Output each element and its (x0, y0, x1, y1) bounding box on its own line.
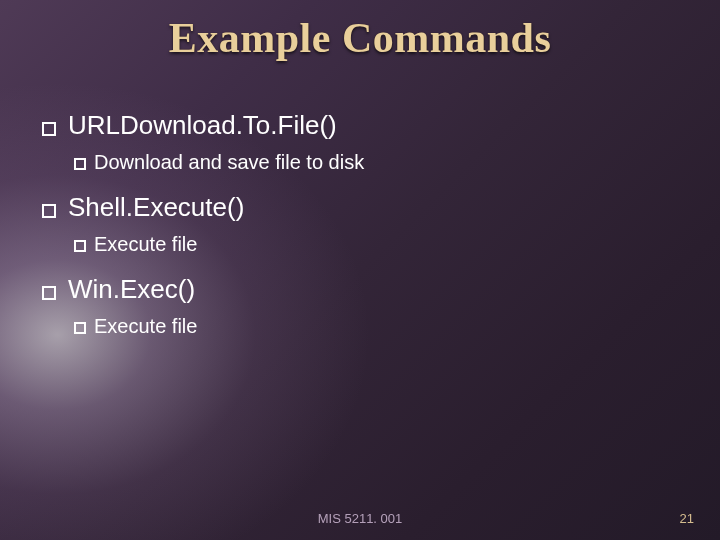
bullet-item-3: Win.Exec() (42, 272, 680, 307)
square-bullet-icon (42, 286, 56, 300)
footer-course-code: MIS 5211. 001 (0, 511, 720, 526)
sub-bullet-item-2: Execute file (74, 231, 680, 258)
sub-bullet-text: Download and save file to disk (94, 149, 364, 176)
bullet-text: URLDownload.To.File() (68, 108, 337, 143)
sub-bullet-text: Execute file (94, 313, 197, 340)
bullet-text: Shell.Execute() (68, 190, 244, 225)
sub-bullet-item-3: Execute file (74, 313, 680, 340)
footer-page-number: 21 (680, 511, 694, 526)
bullet-item-2: Shell.Execute() (42, 190, 680, 225)
bullet-item-1: URLDownload.To.File() (42, 108, 680, 143)
square-bullet-icon (74, 240, 86, 252)
square-bullet-icon (42, 204, 56, 218)
slide: Example Commands URLDownload.To.File() D… (0, 0, 720, 540)
square-bullet-icon (42, 122, 56, 136)
sub-bullet-item-1: Download and save file to disk (74, 149, 680, 176)
square-bullet-icon (74, 322, 86, 334)
bullet-text: Win.Exec() (68, 272, 195, 307)
content-area: URLDownload.To.File() Download and save … (42, 108, 680, 354)
slide-title: Example Commands (0, 14, 720, 62)
square-bullet-icon (74, 158, 86, 170)
sub-bullet-text: Execute file (94, 231, 197, 258)
